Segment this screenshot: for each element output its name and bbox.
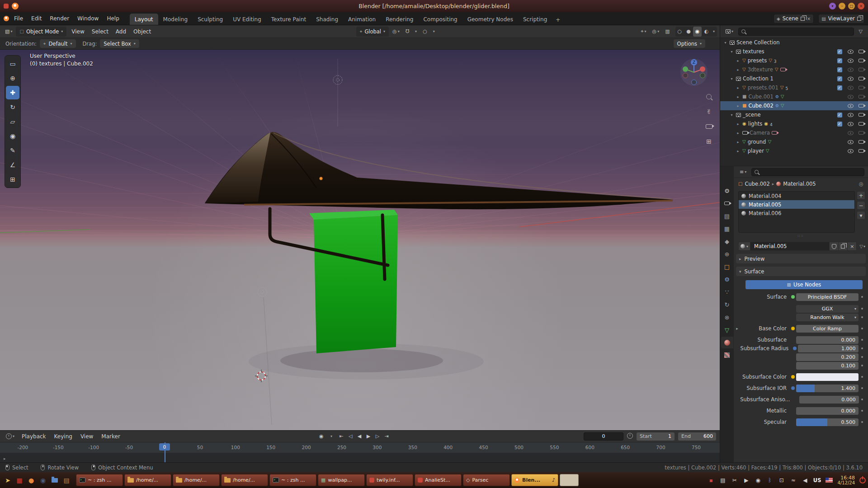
- unlink-scene-icon[interactable]: ×: [807, 16, 811, 21]
- maximize-button[interactable]: □: [848, 3, 855, 9]
- properties-tab-scene[interactable]: ◆: [721, 235, 733, 247]
- rotate-tool-button[interactable]: ↻: [6, 100, 19, 114]
- copy-material-button[interactable]: [839, 242, 848, 251]
- material-slot-material-005[interactable]: Material.005: [739, 200, 854, 209]
- collapse-arrow-icon[interactable]: ▾: [729, 113, 734, 117]
- keyframe-dot[interactable]: [859, 308, 865, 310]
- fake-user-button[interactable]: [830, 242, 839, 251]
- eye-dim-toggle[interactable]: [846, 131, 855, 135]
- taskbar-window-home[interactable]: /home/...: [173, 474, 220, 486]
- eye-toggle[interactable]: [846, 77, 855, 81]
- tab-shading[interactable]: Shading: [311, 14, 343, 25]
- timeline-menu-marker[interactable]: Marker: [97, 432, 124, 441]
- timeline-menu-view[interactable]: View: [76, 432, 97, 441]
- check-toggle[interactable]: ✓: [835, 76, 844, 81]
- material-filter-icon[interactable]: ▽▾: [859, 244, 865, 249]
- properties-tab-data[interactable]: ▽: [721, 324, 733, 336]
- properties-tab-world[interactable]: ⊕: [721, 248, 733, 260]
- auto-keying-button[interactable]: ◉: [317, 432, 326, 441]
- expand-arrow-icon[interactable]: ▸: [736, 131, 741, 135]
- frame-start-field[interactable]: Start1: [637, 432, 675, 441]
- taskbar-window-twily-inf[interactable]: twily.inf...: [366, 474, 413, 486]
- outliner-row-cube-001[interactable]: ▸■Cube.001⚙▽: [720, 92, 868, 101]
- keyframe-dot[interactable]: [859, 387, 865, 389]
- outliner-row-player[interactable]: ▸▽player▽: [720, 146, 868, 155]
- camera-dim-toggle[interactable]: [857, 68, 866, 71]
- timeline-track[interactable]: [0, 453, 720, 462]
- expand-arrow-icon[interactable]: ▸: [736, 104, 741, 108]
- timeline-menu-keying[interactable]: Keying: [50, 432, 76, 441]
- tab-layout[interactable]: Layout: [130, 14, 158, 25]
- tab-geometry-nodes[interactable]: Geometry Nodes: [462, 14, 518, 25]
- camera-toggle[interactable]: [857, 113, 866, 117]
- camera-toggle[interactable]: [857, 140, 866, 144]
- base-color-field[interactable]: Color Ramp: [796, 325, 859, 333]
- outliner-row-ground[interactable]: ▸▽ground▽: [720, 137, 868, 146]
- display-tray-icon[interactable]: ⊡: [778, 477, 785, 483]
- outliner-row-collection-1[interactable]: ▾Collection 1✓: [720, 74, 868, 83]
- play-button[interactable]: ▶: [364, 432, 373, 441]
- properties-tab-modifiers[interactable]: ⚙: [721, 273, 733, 285]
- add-slot-button[interactable]: +: [857, 191, 865, 200]
- drag-setting-dropdown[interactable]: Select Box ▾: [100, 39, 139, 48]
- properties-editor-icon[interactable]: ≡▾: [737, 167, 749, 177]
- pivot-point-button[interactable]: ◎▾: [390, 27, 402, 37]
- zoom-icon[interactable]: [703, 91, 714, 102]
- collapse-arrow-icon[interactable]: ▾: [729, 50, 734, 54]
- camera-toggle[interactable]: [857, 149, 866, 153]
- keying-dropdown-button[interactable]: ▾: [327, 432, 336, 441]
- eye-toggle[interactable]: [846, 122, 855, 126]
- expand-arrow-icon[interactable]: ▸: [736, 59, 741, 63]
- xray-toggle-button[interactable]: ▥: [663, 27, 672, 37]
- keyframe-dot[interactable]: [859, 365, 865, 366]
- camera-dim-toggle[interactable]: [857, 131, 866, 135]
- shading-rendered-button[interactable]: ◐: [702, 27, 711, 37]
- editor-type-button[interactable]: ▧▾: [3, 27, 14, 37]
- eye-dim-toggle[interactable]: [846, 86, 855, 90]
- tab-animation[interactable]: Animation: [343, 14, 381, 25]
- option-6-field[interactable]: 0.200: [796, 353, 859, 361]
- option-1-field[interactable]: GGX▾: [796, 305, 859, 313]
- eye-dim-toggle[interactable]: [846, 95, 855, 99]
- launcher-library-icon[interactable]: ▤: [61, 474, 72, 486]
- taskbar-window-blen[interactable]: Blen...♪: [511, 474, 558, 486]
- subsurface-radius-field[interactable]: 1.000: [798, 345, 859, 352]
- proportional-falloff-button[interactable]: ▾: [431, 27, 437, 37]
- check-toggle[interactable]: ✓: [835, 49, 844, 54]
- select-box-tool-button[interactable]: ▭: [6, 57, 19, 70]
- keyframe-dot[interactable]: [859, 421, 865, 423]
- timeline-ruler[interactable]: -200-150-100-500501001502002503003504004…: [0, 442, 720, 453]
- use-preview-range-icon[interactable]: [627, 433, 633, 440]
- snap-toggle-button[interactable]: ℧: [403, 27, 411, 37]
- annotate-tool-button[interactable]: ✎: [6, 144, 19, 157]
- frame-end-field[interactable]: End600: [678, 432, 716, 441]
- keyframe-dot[interactable]: [859, 339, 865, 341]
- jump-start-button[interactable]: ⇤: [337, 432, 346, 441]
- volume-tray-icon[interactable]: ◀: [802, 477, 809, 483]
- properties-tab-render[interactable]: [721, 197, 733, 209]
- collapse-arrow-icon[interactable]: ▾: [723, 41, 728, 45]
- outliner-row-3dtexture[interactable]: ▸▽3dtexture▽✓: [720, 65, 868, 74]
- add-workspace-button[interactable]: +: [552, 15, 564, 25]
- clipboard-tray-icon[interactable]: ▤: [719, 477, 726, 483]
- viewport-3d[interactable]: Z User Perspective (0) textures | Cube.0…: [0, 50, 720, 430]
- taskbar-window-home[interactable]: /home/...: [221, 474, 268, 486]
- keyframe-dot[interactable]: [859, 316, 865, 318]
- tab-sculpting[interactable]: Sculpting: [193, 14, 228, 25]
- minimize-button[interactable]: –: [839, 3, 845, 9]
- check-toggle[interactable]: ✓: [835, 85, 844, 90]
- material-slot-material-006[interactable]: Material.006: [739, 209, 854, 217]
- option-7-field[interactable]: 0.100: [796, 362, 859, 370]
- outliner-display-mode-button[interactable]: ▾: [723, 27, 736, 37]
- check-toggle[interactable]: ✓: [835, 113, 844, 117]
- tab-rendering[interactable]: Rendering: [381, 14, 418, 25]
- show-gizmo-button[interactable]: ⌖▾: [638, 27, 648, 37]
- properties-tab-material[interactable]: [721, 337, 733, 348]
- expand-arrow-icon[interactable]: ▸: [736, 86, 741, 90]
- properties-tab-constraints[interactable]: ⊗: [721, 311, 733, 323]
- eye-toggle[interactable]: [846, 113, 855, 117]
- launcher-files-icon[interactable]: [49, 474, 60, 486]
- shading-solid-button[interactable]: ●: [684, 27, 693, 37]
- eye-toggle[interactable]: [846, 50, 855, 54]
- resize-handle-icon[interactable]: ∷∷: [734, 234, 868, 239]
